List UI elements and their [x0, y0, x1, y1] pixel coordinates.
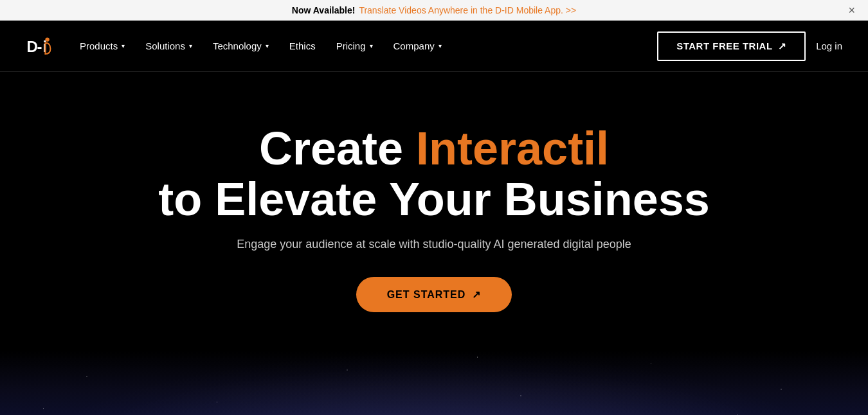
logo[interactable]: D - i — [26, 33, 51, 59]
hero-title-line2: to Elevate Your Business — [13, 174, 855, 225]
chevron-down-icon: ▾ — [189, 42, 192, 49]
hero-title-line1: Create Interactil — [13, 123, 855, 174]
nav-item-solutions[interactable]: Solutions ▾ — [136, 35, 201, 57]
navbar: D - i Products ▾ Solutions ▾ Tec — [0, 21, 868, 72]
get-started-button[interactable]: GET STARTED ↗ — [356, 277, 512, 312]
announcement-bar: Now Available! Translate Videos Anywhere… — [0, 0, 868, 21]
start-trial-button[interactable]: START FREE TRIAL ↗ — [657, 31, 806, 61]
login-button[interactable]: Log in — [816, 40, 842, 51]
announcement-link[interactable]: Translate Videos Anywhere in the D-ID Mo… — [359, 5, 576, 15]
nav-item-ethics[interactable]: Ethics — [280, 35, 325, 57]
close-announcement-button[interactable]: × — [848, 4, 855, 16]
hero-title: Create Interactil to Elevate Your Busine… — [13, 123, 855, 225]
nav-items: Products ▾ Solutions ▾ Technology ▾ Ethi… — [71, 35, 451, 57]
hero-subtitle: Engage your audience at scale with studi… — [13, 238, 855, 251]
hero-section: Create Interactil to Elevate Your Busine… — [0, 72, 868, 351]
navbar-right: START FREE TRIAL ↗ Log in — [657, 31, 842, 61]
arrow-icon: ↗ — [472, 288, 481, 301]
nav-item-company[interactable]: Company ▾ — [384, 35, 451, 57]
nav-item-technology[interactable]: Technology ▾ — [204, 35, 278, 57]
svg-point-3 — [45, 37, 49, 41]
chevron-down-icon: ▾ — [122, 42, 125, 49]
chevron-down-icon: ▾ — [370, 42, 373, 49]
navbar-left: D - i Products ▾ Solutions ▾ Tec — [26, 33, 451, 59]
nav-item-pricing[interactable]: Pricing ▾ — [327, 35, 382, 57]
svg-text:-: - — [37, 37, 42, 55]
nav-item-products[interactable]: Products ▾ — [71, 35, 134, 57]
chevron-down-icon: ▾ — [439, 42, 442, 49]
chevron-down-icon: ▾ — [266, 42, 269, 49]
stars-decoration — [0, 351, 868, 415]
preview-section: D-iD 🔇 — [0, 351, 868, 415]
arrow-icon: ↗ — [778, 40, 787, 52]
did-logo-icon: D - i — [26, 33, 51, 59]
svg-text:D: D — [27, 37, 38, 55]
announcement-bold: Now Available! — [292, 5, 356, 15]
